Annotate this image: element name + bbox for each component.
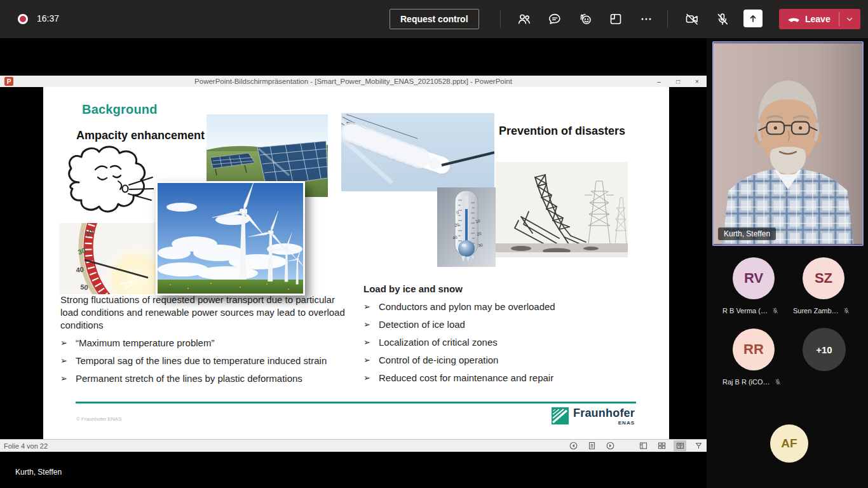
- iced-conductor-image: [341, 113, 494, 191]
- bullet-marker: ➢: [60, 372, 69, 385]
- right-heading: Prevention of disasters: [499, 125, 625, 138]
- meeting-timer: 16:37: [37, 13, 59, 24]
- slideshow-button[interactable]: [692, 440, 705, 451]
- participant-label: R B Verma (…: [722, 307, 779, 315]
- participant-avatar-sz[interactable]: SZ: [803, 257, 844, 299]
- right-text-block: Load by ice and snow ➢ Conductors and py…: [363, 283, 651, 384]
- bullet-item: ➢ Control of de-icing operation: [363, 354, 651, 367]
- collapsed-pylons-image: [496, 162, 628, 257]
- powerpoint-titlebar: P PowerPoint-Bildschirmpräsentation - [S…: [0, 76, 707, 87]
- overflow-participants-badge[interactable]: +10: [803, 328, 846, 371]
- chat-button[interactable]: [544, 9, 566, 29]
- slide-sorter-button[interactable]: [655, 440, 668, 451]
- bullet-item: ➢ Permanent stretch of the lines by plas…: [60, 372, 348, 385]
- recording-indicator: [18, 14, 28, 24]
- svg-text:50: 50: [80, 283, 89, 292]
- participants-button[interactable]: [513, 9, 535, 29]
- dial-thermometer-image: 20 30 40 50: [59, 223, 157, 294]
- video-name-label: Kurth, Steffen: [718, 227, 776, 240]
- right-subheading: Load by ice and snow: [363, 283, 651, 295]
- powerpoint-icon: P: [4, 77, 13, 86]
- people-icon: [517, 11, 532, 27]
- bullet-item: ➢ Reduced cost for maintenance and repai…: [363, 372, 651, 384]
- fraunhofer-logo: Fraunhofer ENAS: [552, 407, 635, 426]
- bullet-marker: ➢: [363, 318, 372, 331]
- participant-label: Suren Zamb…: [793, 307, 850, 315]
- mic-off-icon: [715, 11, 730, 27]
- slide: Background Ampacity enhancement Preventi…: [43, 87, 669, 439]
- logo-unit: ENAS: [618, 420, 635, 426]
- participant-label: Raj B R (iCO…: [722, 378, 782, 386]
- left-heading: Ampacity enhancement: [76, 129, 205, 142]
- bullet-marker: ➢: [60, 355, 69, 367]
- more-icon: [639, 11, 654, 27]
- slide-copyright: © Fraunhofer ENAS: [76, 416, 121, 422]
- chat-icon: [547, 11, 562, 27]
- leave-split-button: Leave: [779, 9, 860, 29]
- hang-up-icon: [787, 15, 800, 23]
- chevron-down-icon: [845, 15, 854, 24]
- toolbar-divider: [500, 10, 501, 28]
- window-title: PowerPoint-Bildschirmpräsentation - [Sma…: [0, 78, 707, 85]
- screen-share-stage: P PowerPoint-Bildschirmpräsentation - [S…: [0, 38, 707, 488]
- participant-avatar-rr[interactable]: RR: [733, 329, 775, 370]
- mic-off-icon: [774, 378, 782, 386]
- reactions-icon: [578, 11, 593, 27]
- rooms-button[interactable]: [605, 9, 627, 29]
- bullet-item: ➢ Localization of critical zones: [363, 336, 651, 349]
- minimize-button[interactable]: –: [649, 76, 668, 87]
- slide-divider-rule: [76, 402, 636, 403]
- rooms-icon: [608, 11, 623, 27]
- mic-off-icon: [843, 307, 850, 315]
- bullet-item: ➢ Conductors and pylon may be overloaded: [363, 301, 651, 313]
- next-slide-button[interactable]: [604, 440, 616, 451]
- reading-view-button[interactable]: [674, 440, 686, 451]
- teams-meeting-window: 16:37 Request control: [0, 0, 868, 488]
- bullet-item: ➢ Detection of ice load: [363, 318, 651, 331]
- camera-toggle-button[interactable]: [681, 9, 703, 29]
- slide-counter: Folie 4 von 22: [4, 442, 48, 450]
- notes-button[interactable]: [585, 440, 598, 451]
- powerpoint-statusbar: Folie 4 von 22: [0, 439, 707, 452]
- svg-text:40: 40: [76, 266, 84, 274]
- normal-view-button[interactable]: [637, 440, 649, 451]
- slide-title: Background: [82, 102, 158, 117]
- reactions-button[interactable]: [574, 9, 596, 29]
- logo-wordmark: Fraunhofer: [573, 407, 635, 419]
- fraunhofer-logo-icon: [552, 407, 569, 424]
- share-tray-button[interactable]: [743, 10, 763, 27]
- bullet-marker: ➢: [363, 372, 372, 384]
- restore-button[interactable]: □: [668, 76, 688, 87]
- mic-off-icon: [771, 307, 779, 315]
- left-paragraph: Strong fluctuations of requested power t…: [60, 294, 348, 332]
- powerpoint-window: P PowerPoint-Bildschirmpräsentation - [S…: [0, 76, 707, 452]
- previous-slide-button[interactable]: [567, 440, 580, 451]
- leave-options-button[interactable]: [839, 9, 860, 29]
- leave-label: Leave: [805, 14, 831, 24]
- ice-thermometer-image: 0 20 40 10 20 30: [437, 187, 496, 267]
- bullet-item: ➢ “Maximum temperature problem”: [60, 337, 348, 349]
- bullet-marker: ➢: [60, 337, 69, 349]
- participant-avatar-rv[interactable]: RV: [733, 257, 775, 299]
- bullet-item: ➢ Temporal sag of the lines due to tempe…: [60, 355, 348, 367]
- more-options-button[interactable]: [635, 9, 657, 29]
- bullet-marker: ➢: [363, 336, 372, 349]
- presenter-name-overlay: Kurth, Steffen: [15, 468, 62, 477]
- participant-avatar-af[interactable]: AF: [770, 424, 808, 463]
- blowing-cloud-cartoon: [57, 142, 154, 232]
- request-control-button[interactable]: Request control: [390, 9, 479, 29]
- share-up-icon: [747, 13, 759, 24]
- bullet-marker: ➢: [363, 354, 372, 367]
- left-text-block: Strong fluctuations of requested power t…: [60, 294, 348, 385]
- toolbar-divider: [667, 10, 668, 28]
- speaker-video-tile[interactable]: Kurth, Steffen: [712, 41, 864, 246]
- participants-sidebar: Kurth, Steffen RV SZ RR +10 AF R B Verma…: [707, 38, 868, 488]
- wind-turbines-image: [156, 181, 305, 295]
- mic-toggle-button[interactable]: [712, 9, 733, 29]
- close-button[interactable]: ×: [688, 76, 707, 87]
- leave-button[interactable]: Leave: [779, 9, 839, 29]
- meeting-toolbar: 16:37 Request control: [0, 0, 868, 38]
- camera-off-icon: [684, 11, 700, 27]
- bullet-marker: ➢: [363, 301, 372, 313]
- presentation-canvas: Background Ampacity enhancement Preventi…: [0, 87, 707, 439]
